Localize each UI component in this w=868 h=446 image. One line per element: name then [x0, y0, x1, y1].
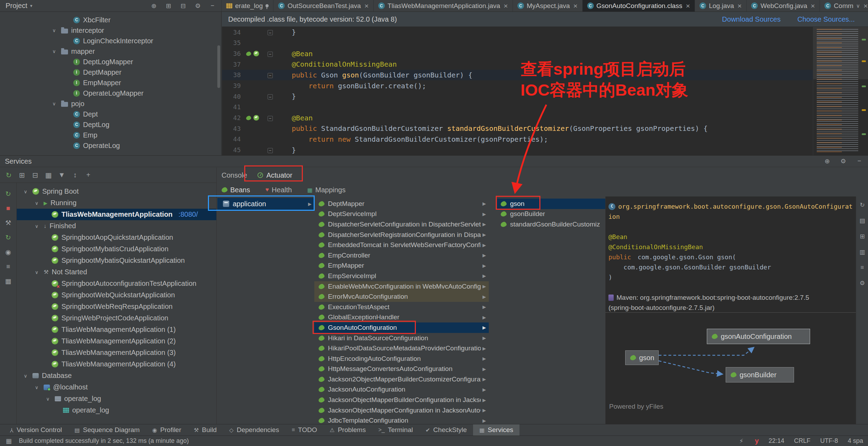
code-line[interactable]: 42 − @Bean	[222, 112, 813, 123]
toolwindow-button-profiler[interactable]: ◉ Profiler	[146, 424, 187, 436]
project-tree-item[interactable]: C Emp	[0, 130, 221, 140]
rerun-icon[interactable]: ↻	[5, 233, 12, 241]
service-tree-item[interactable]: ∨ ↓ Finished	[17, 220, 216, 232]
preview-icon[interactable]: ▥	[859, 248, 866, 256]
bean-list-item[interactable]: EmpMapper ▶	[314, 261, 489, 271]
expand-arrow-icon[interactable]: ▶	[482, 304, 486, 310]
toolwindow-button-sequence-diagram[interactable]: ▤ Sequence Diagram	[68, 424, 146, 436]
expand-arrow-icon[interactable]: ▶	[482, 325, 486, 330]
code-line[interactable]: 45 − }	[222, 144, 813, 155]
expand-arrow-icon[interactable]: ▶	[482, 201, 486, 206]
settings-icon[interactable]: ⚙	[839, 157, 847, 165]
project-tree-item[interactable]: I DeptLogMapper	[0, 57, 221, 67]
toolwindow-button-build[interactable]: ⚒ Build	[188, 424, 223, 436]
diagram-node-gsonautoconfiguration[interactable]: gsonAutoConfiguration	[707, 329, 810, 344]
minimap[interactable]	[813, 27, 868, 155]
group-by-icon[interactable]: ▦	[44, 171, 53, 179]
bean-list-item[interactable]: Hikari in DataSourceConfiguration ▶	[314, 333, 489, 343]
service-tree-item[interactable]: ∨ @localhost	[17, 381, 216, 393]
toolwindow-button-services[interactable]: ▦ Services	[473, 424, 519, 436]
close-icon[interactable]: ×	[504, 2, 508, 10]
line-number[interactable]: 34	[222, 29, 244, 36]
expand-arrow-icon[interactable]: ▶	[482, 232, 486, 237]
editor-tab[interactable]: C OutSourceBeanTest.java ×	[274, 0, 373, 12]
expand-arrow-icon[interactable]: ▶	[482, 346, 486, 351]
expand-arrow-icon[interactable]: ▶	[482, 356, 486, 361]
fold-icon[interactable]: −	[268, 116, 273, 121]
chevron-expanded-icon[interactable]: ∨	[50, 49, 58, 54]
line-number[interactable]: 35	[222, 39, 244, 46]
code-line[interactable]: 44 return new StandardGsonBuilderCustomi…	[222, 134, 813, 145]
line-number[interactable]: 42	[222, 114, 244, 121]
tab-health[interactable]: ♥ Health	[265, 186, 292, 194]
hide-icon[interactable]: −	[209, 2, 216, 9]
tab-mappings[interactable]: ▦ Mappings	[307, 186, 346, 194]
editor-tab[interactable]: C Comm ∨ ×	[820, 0, 868, 12]
bean-list-item[interactable]: Jackson2ObjectMapperBuilderCustomizerCon…	[314, 374, 489, 385]
rerun-icon[interactable]: ↻	[4, 171, 13, 179]
settings-icon[interactable]: ⚙	[194, 2, 202, 10]
editor-tab[interactable]: C GsonAutoConfiguration.class ×	[583, 0, 695, 12]
project-tree-item[interactable]: I DeptMapper	[0, 67, 221, 77]
expand-arrow-icon[interactable]: ▶	[482, 397, 486, 403]
chevron-down-icon[interactable]: ▾	[30, 3, 32, 8]
scrollbar[interactable]	[217, 45, 220, 88]
expand-arrow-icon[interactable]: ▶	[482, 222, 486, 227]
project-tree-item[interactable]: C DeptLog	[0, 119, 221, 130]
chevron-down-icon[interactable]: ∨	[856, 3, 860, 9]
editor-tab[interactable]: erate_log	[222, 0, 274, 12]
service-tree-item[interactable]: ∨ ▶ Running	[17, 197, 216, 209]
service-tree-item[interactable]: TliasWebManagementApplication (1)	[17, 324, 216, 335]
expand-arrow-icon[interactable]: ▶	[482, 294, 486, 299]
fold-icon[interactable]: −	[268, 94, 273, 99]
service-tree-item[interactable]: TliasWebManagementApplication :8080/	[17, 209, 216, 220]
flow-icon[interactable]: ↕	[70, 171, 80, 179]
line-number[interactable]: 44	[222, 135, 244, 143]
line-number[interactable]: 36	[222, 50, 244, 57]
bean-list-item[interactable]: JacksonObjectMapperBuilderConfiguration …	[314, 395, 489, 405]
line-number[interactable]: 43	[222, 125, 244, 132]
editor-tab[interactable]: C TliasWebManagementApplication.java ×	[374, 0, 513, 12]
line-number[interactable]: 39	[222, 82, 244, 89]
project-tree-item[interactable]: ∨ mapper	[0, 46, 221, 57]
diagram-node-gsonbuilder[interactable]: gsonBuilder	[726, 367, 794, 382]
choose-sources-link[interactable]: Choose Sources...	[797, 15, 855, 23]
line-number[interactable]: 40	[222, 93, 244, 100]
chevron-expanded-icon[interactable]: ∨	[22, 373, 29, 379]
expand-arrow-icon[interactable]: ▶	[482, 387, 486, 392]
edit-configuration-icon[interactable]: ⚒	[5, 219, 12, 227]
bean-list-item[interactable]: JacksonObjectMapperConfiguration in Jack…	[314, 405, 489, 416]
fold-icon[interactable]: −	[268, 30, 273, 35]
service-tree-item[interactable]: SpringbootMybatisQuickstartApplication	[17, 255, 216, 266]
service-tree-item[interactable]: SpringbootMybatisCrudApplication	[17, 243, 216, 255]
bean-gutter-icon[interactable]	[246, 115, 252, 120]
chevron-expanded-icon[interactable]: ∨	[22, 189, 29, 194]
project-tree-item[interactable]: I OperateLogMapper	[0, 88, 221, 98]
close-icon[interactable]: ×	[738, 2, 742, 10]
code-line[interactable]: 41	[222, 102, 813, 113]
thread-dump-icon[interactable]: ◉	[5, 248, 12, 256]
bean-list-item[interactable]: EmpController ▶	[314, 250, 489, 261]
split-view-icon[interactable]: ⊞	[859, 233, 866, 240]
service-tree-item[interactable]: ∨ Spring Boot	[17, 186, 216, 197]
expand-arrow-icon[interactable]: ▶	[482, 273, 486, 278]
expand-all-icon[interactable]: ⊞	[17, 171, 27, 179]
line-number[interactable]: 41	[222, 103, 244, 111]
service-tree-item[interactable]: SpringbootAutoconfigurationTestApplicati…	[17, 278, 216, 289]
close-icon[interactable]: ×	[863, 2, 868, 10]
bean-list-item[interactable]: DeptMapper ▶	[314, 199, 489, 209]
bean-list-item[interactable]: GlobalExceptionHandler ▶	[314, 312, 489, 323]
service-tree-item[interactable]: SpringbootWebReqRespApplication	[17, 301, 216, 312]
code-line[interactable]: 35	[222, 38, 813, 49]
encoding-widget[interactable]: UTF-8	[820, 437, 838, 445]
hide-icon[interactable]: −	[855, 157, 863, 165]
toolwindow-button-dependencies[interactable]: ◇ Dependencies	[223, 424, 285, 436]
spring-gutter-icon[interactable]	[253, 51, 259, 57]
close-icon[interactable]: ×	[573, 2, 577, 10]
expand-arrow-icon[interactable]: ▶	[482, 315, 486, 320]
service-tree-item[interactable]: operate_log	[17, 404, 216, 416]
expand-arrow-icon[interactable]: ▶	[482, 408, 486, 413]
service-tree-item[interactable]: ∨ operate_log	[17, 393, 216, 404]
code-line[interactable]: 43 public StandardGsonBuilderCustomizer …	[222, 123, 813, 134]
dashboard-icon[interactable]: ▦	[5, 277, 12, 285]
